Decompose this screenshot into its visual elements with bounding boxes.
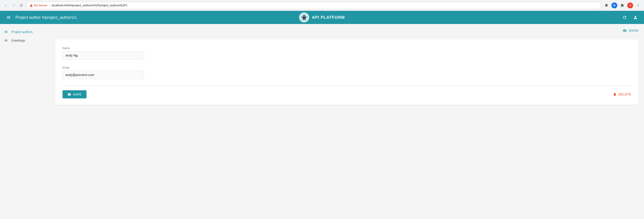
svg-point-6 [304, 16, 305, 16]
header-right [620, 13, 640, 21]
url-divider: | [49, 3, 50, 7]
chrome-menu-button[interactable] [635, 2, 641, 8]
bookmark-button[interactable] [603, 2, 610, 8]
svg-rect-10 [304, 19, 305, 20]
url-text: localhost:444/#/project_authors/%2Fproje… [52, 3, 128, 7]
api-platform-text: API PLATFORM [312, 15, 345, 20]
browser-chrome: Not Secure | localhost:444/#/project_aut… [0, 0, 644, 11]
address-bar[interactable]: Not Secure | localhost:444/#/project_aut… [27, 2, 601, 9]
save-label: SAVE [73, 93, 82, 96]
forward-button[interactable] [10, 2, 17, 8]
svg-rect-11 [302, 17, 302, 17]
refresh-button[interactable] [620, 13, 628, 21]
email-field: Email [62, 66, 144, 79]
menu-button[interactable] [4, 13, 13, 21]
form-card: Name Email SAVE DELETE [55, 39, 638, 105]
not-secure-indicator: Not Secure [30, 4, 47, 7]
show-label: SHOW [628, 29, 638, 32]
name-field: Name [62, 47, 144, 60]
svg-point-5 [304, 16, 304, 16]
not-secure-label: Not Secure [34, 4, 47, 7]
greetings-list-icon [4, 38, 8, 42]
nav-buttons [3, 2, 24, 8]
email-input[interactable] [62, 71, 144, 79]
form-actions: SAVE DELETE [62, 85, 631, 98]
sidebar-item-greetings[interactable]: Greetings [0, 36, 50, 45]
svg-rect-1 [302, 16, 306, 19]
delete-button[interactable]: DELETE [613, 93, 631, 96]
app-header: Project author #/project_authors/1 [0, 11, 644, 24]
name-label: Name [62, 47, 144, 50]
sidebar-item-greetings-label: Greetings [11, 39, 25, 42]
sidebar-item-project-authors-label: Project authors [11, 30, 32, 34]
api-platform-logo [299, 12, 309, 22]
account-button[interactable] [631, 13, 640, 21]
name-input[interactable] [62, 51, 144, 60]
app-body: Project authors Greetings SHOW Name Emai… [0, 24, 644, 219]
profile-avatar[interactable]: A [627, 2, 633, 8]
browser-actions: G A [603, 2, 641, 8]
reload-button[interactable] [18, 2, 24, 8]
content-area: SHOW Name Email SAVE DELETE [50, 24, 644, 219]
svg-point-8 [304, 14, 304, 15]
delete-label: DELETE [618, 93, 631, 96]
show-button[interactable]: SHOW [623, 28, 638, 32]
extensions-button[interactable] [619, 2, 626, 8]
back-button[interactable] [3, 2, 9, 8]
svg-rect-12 [306, 17, 307, 17]
email-label: Email [62, 66, 144, 69]
header-center-logo: API PLATFORM [299, 12, 345, 22]
save-button[interactable]: SAVE [62, 90, 86, 98]
svg-rect-9 [303, 19, 304, 20]
sidebar-item-project-authors[interactable]: Project authors [0, 28, 50, 36]
list-icon [4, 30, 8, 34]
sidebar: Project authors Greetings [0, 24, 50, 219]
g-extension-avatar[interactable]: G [612, 2, 617, 8]
